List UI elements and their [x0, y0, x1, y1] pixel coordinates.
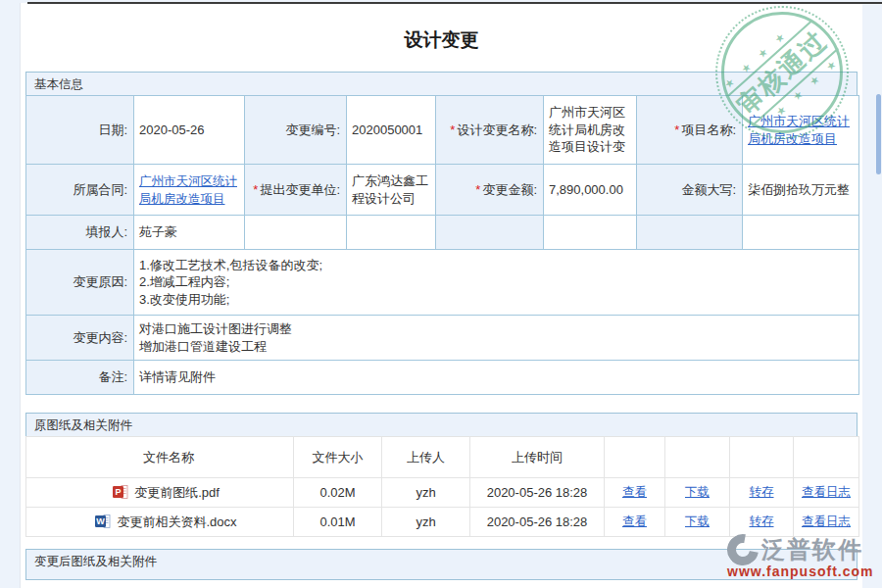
- project-name-link[interactable]: 广州市天河区统计局机房改造项目: [748, 114, 850, 146]
- attachments-section: 原图纸及相关附件 文件名称 文件大小 上传人 上传时间: [25, 413, 858, 537]
- table-row: 变更内容: 对港口施工设计图进行调整 增加港口管道建设工程: [26, 316, 859, 361]
- basic-info-section: 基本信息 日期: 2020-05-26 变更编号: 2020050001 *设计…: [25, 72, 858, 395]
- page-title: 设计变更: [21, 3, 862, 72]
- action-cell: 查看日志: [794, 478, 859, 508]
- vendor-logo: 泛普软件 www.fanpusoft.com: [727, 534, 873, 579]
- file-name-cell: W 变更前相关资料.docx: [26, 508, 294, 537]
- file-uploader: yzh: [382, 508, 470, 537]
- svg-text:W: W: [97, 516, 106, 526]
- action-cell: 下载: [665, 508, 730, 537]
- remark-label: 备注:: [26, 361, 134, 395]
- empty-cell: [743, 216, 859, 250]
- table-row: 备注: 详情请见附件: [26, 361, 859, 395]
- file-size: 0.02M: [294, 478, 382, 508]
- content-card: 设计变更 基本信息 日期: 2020-05-26 变更编号: 202005000…: [20, 3, 862, 588]
- download-link[interactable]: 下载: [685, 485, 710, 499]
- filler-label: 填报人:: [26, 216, 134, 250]
- table-row: 日期: 2020-05-26 变更编号: 2020050001 *设计变更名称:…: [26, 96, 859, 165]
- transfer-link[interactable]: 转存: [750, 485, 774, 499]
- file-uploader: yzh: [382, 478, 470, 508]
- basic-info-table: 日期: 2020-05-26 变更编号: 2020050001 *设计变更名称:…: [25, 95, 859, 395]
- required-mark: *: [674, 122, 679, 137]
- filler-value: 苑子豪: [134, 216, 245, 250]
- change-name-value: 广州市天河区统计局机房改造项目设计变: [544, 96, 637, 165]
- date-value: 2020-05-26: [134, 96, 245, 165]
- empty-cell: [637, 216, 743, 250]
- change-no-label: 变更编号:: [245, 96, 347, 165]
- amount-caps-label: 金额大写:: [637, 165, 743, 216]
- file-row: W 变更前相关资料.docx 0.01M yzh 2020-05-26 18:2…: [26, 508, 859, 537]
- attachments-table: 文件名称 文件大小 上传人 上传时间 P: [25, 436, 859, 537]
- change-unit-label: *提出变更单位:: [245, 165, 347, 216]
- action-cell: 转存: [730, 478, 794, 508]
- vendor-site: www.fanpusoft.com: [727, 564, 873, 579]
- empty-cell: [436, 216, 544, 250]
- action-cell: 查看日志: [794, 508, 859, 537]
- col-action-empty: [730, 437, 794, 478]
- svg-text:P: P: [116, 487, 122, 497]
- change-unit-value: 广东鸿达鑫工程设计公司: [347, 165, 436, 216]
- action-cell: 转存: [730, 508, 794, 537]
- contract-label: 所属合同:: [26, 165, 134, 216]
- file-upload-time: 2020-05-26 18:28: [470, 478, 605, 508]
- col-action-empty: [665, 437, 730, 478]
- col-file-size: 文件大小: [294, 437, 382, 478]
- file-name: 变更前相关资料.docx: [117, 514, 236, 529]
- project-name-label: *项目名称:: [637, 96, 743, 165]
- col-action-empty: [794, 437, 859, 478]
- change-no-value: 2020050001: [347, 96, 436, 165]
- file-upload-time: 2020-05-26 18:28: [470, 508, 605, 537]
- date-label: 日期:: [26, 96, 134, 165]
- action-cell: 查看: [605, 508, 665, 537]
- required-mark: *: [253, 182, 258, 197]
- change-amount-label: *变更金额:: [436, 165, 544, 216]
- view-link[interactable]: 查看: [622, 514, 647, 528]
- col-file-name: 文件名称: [26, 437, 294, 478]
- pdf-file-icon: P: [113, 484, 128, 500]
- empty-cell: [347, 216, 436, 250]
- col-uploader: 上传人: [382, 437, 470, 478]
- action-cell: 下载: [665, 478, 730, 508]
- window-top-border: [27, 2, 882, 4]
- project-name-value: 广州市天河区统计局机房改造项目: [743, 96, 859, 165]
- table-row: 变更原因: 1.修改工艺技术,包括设备的改变; 2.增减工程内容; 3.改变使用…: [26, 250, 859, 316]
- basic-info-section-header: 基本信息: [25, 72, 858, 96]
- remark-value: 详情请见附件: [134, 361, 859, 395]
- required-mark: *: [450, 122, 455, 137]
- view-log-link[interactable]: 查看日志: [802, 514, 851, 528]
- scrollbar-thumb[interactable]: [876, 94, 881, 174]
- page: { "page": { "title": "设计变更" }, "stamp": …: [0, 0, 882, 588]
- content-label: 变更内容:: [26, 316, 134, 361]
- file-name: 变更前图纸.pdf: [134, 485, 220, 500]
- required-mark: *: [475, 182, 480, 197]
- empty-cell: [544, 216, 637, 250]
- content-value: 对港口施工设计图进行调整 增加港口管道建设工程: [134, 316, 859, 361]
- vendor-name: 泛普软件: [761, 534, 863, 565]
- transfer-link[interactable]: 转存: [750, 514, 774, 528]
- attachments-header-row: 文件名称 文件大小 上传人 上传时间: [26, 437, 859, 478]
- action-cell: 查看: [605, 478, 665, 508]
- reason-value: 1.修改工艺技术,包括设备的改变; 2.增减工程内容; 3.改变使用功能;: [134, 250, 859, 316]
- change-amount-value: 7,890,000.00: [544, 165, 637, 216]
- file-size: 0.01M: [294, 508, 382, 537]
- file-name-cell: P 变更前图纸.pdf: [26, 478, 294, 508]
- col-upload-time: 上传时间: [470, 437, 605, 478]
- change-name-label: *设计变更名称:: [436, 96, 544, 165]
- col-action-empty: [605, 437, 665, 478]
- view-log-link[interactable]: 查看日志: [802, 485, 851, 499]
- table-row: 填报人: 苑子豪: [26, 216, 859, 250]
- reason-label: 变更原因:: [26, 250, 134, 316]
- amount-caps-value: 柒佰捌拾玖万元整: [743, 165, 859, 216]
- attachments-section-header: 原图纸及相关附件: [25, 413, 858, 437]
- download-link[interactable]: 下载: [685, 514, 710, 528]
- empty-cell: [245, 216, 347, 250]
- contract-value: 广州市天河区统计局机房改造项目: [134, 165, 245, 216]
- table-row: 所属合同: 广州市天河区统计局机房改造项目 *提出变更单位: 广东鸿达鑫工程设计…: [26, 165, 859, 216]
- file-row: P 变更前图纸.pdf 0.02M yzh 2020-05-26 18:28 查…: [26, 478, 859, 508]
- word-file-icon: W: [95, 514, 111, 529]
- view-link[interactable]: 查看: [622, 485, 647, 499]
- contract-link[interactable]: 广州市天河区统计局机房改造项目: [139, 174, 237, 206]
